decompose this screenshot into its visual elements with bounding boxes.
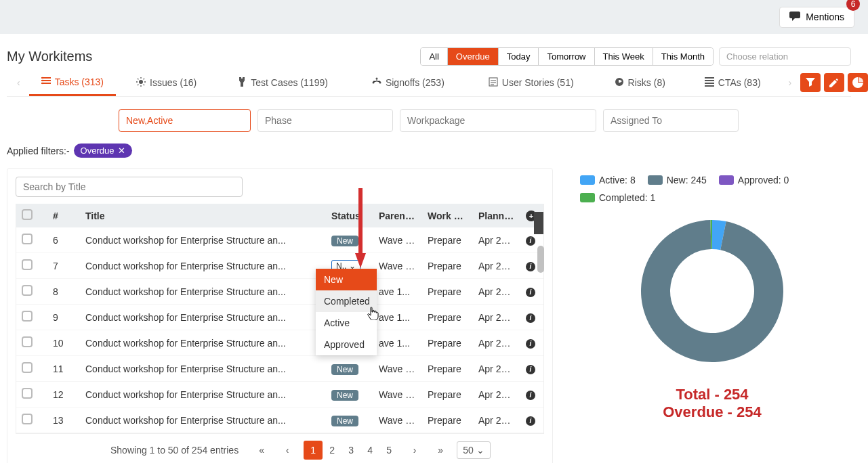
table-row[interactable]: 7Conduct workshop for Enterprise Structu… <box>16 253 543 279</box>
page-2[interactable]: 2 <box>323 441 342 460</box>
table-row[interactable]: 12Conduct workshop for Enterprise Struct… <box>16 382 543 407</box>
row-checkbox[interactable] <box>22 362 33 373</box>
mentions-button[interactable]: Mentions <box>779 7 854 28</box>
time-filter-today[interactable]: Today <box>499 48 539 65</box>
select-all-checkbox[interactable] <box>22 209 33 220</box>
tab-issues-[interactable]: Issues (16) <box>136 70 197 95</box>
page-next[interactable]: › <box>405 441 424 460</box>
cell-status: New <box>326 227 373 253</box>
status-dropdown[interactable]: NewCompletedActiveApproved <box>316 269 377 355</box>
cell-title: Conduct workshop for Enterprise Structur… <box>80 227 326 253</box>
status-pill[interactable]: New <box>331 364 358 375</box>
info-icon[interactable]: i <box>526 365 535 374</box>
info-icon[interactable]: i <box>526 236 535 246</box>
table-row[interactable]: 9Conduct workshop for Enterprise Structu… <box>16 305 543 330</box>
tab-ctas-[interactable]: CTAs (83) <box>705 70 761 95</box>
phase-filter[interactable] <box>257 109 393 132</box>
filter-chip-label: Overdue <box>81 146 115 156</box>
legend-approved[interactable]: Approved: 0 <box>719 175 789 185</box>
page-prev[interactable]: ‹ <box>278 441 297 460</box>
page-4[interactable]: 4 <box>360 441 379 460</box>
col-parent[interactable]: Parent Task <box>373 204 422 227</box>
tabs-scroll-right[interactable]: › <box>785 77 795 88</box>
col-num[interactable]: # <box>47 204 80 227</box>
col-wp[interactable]: Work Pack <box>422 204 473 227</box>
cell-parent: ave 1... <box>373 330 422 356</box>
cell-title: Conduct workshop for Enterprise Structur… <box>80 279 326 305</box>
table-row[interactable]: 8Conduct workshop for Enterprise Structu… <box>16 279 543 305</box>
cell-num: 8 <box>47 279 80 305</box>
table-row[interactable]: 11Conduct workshop for Enterprise Struct… <box>16 356 543 382</box>
info-icon[interactable]: i <box>526 391 535 400</box>
table-row[interactable]: 6Conduct workshop for Enterprise Structu… <box>16 227 543 253</box>
page-1[interactable]: 1 <box>304 441 323 460</box>
cell-title: Conduct workshop for Enterprise Structur… <box>80 253 326 279</box>
status-filter[interactable]: New,Active <box>119 109 251 132</box>
status-pill[interactable]: New <box>331 390 358 401</box>
status-option-active[interactable]: Active <box>316 312 377 334</box>
tab-icon <box>41 76 51 87</box>
close-icon[interactable]: ✕ <box>118 146 125 156</box>
assigned-to-filter[interactable] <box>603 109 739 132</box>
col-date[interactable]: Planned To <box>473 204 520 227</box>
row-checkbox[interactable] <box>22 285 33 296</box>
tab-signoffs-[interactable]: Signoffs (253) <box>372 70 445 95</box>
page-size-select[interactable]: 50 ⌄ <box>457 441 491 459</box>
tab-label: Test Cases (1199) <box>251 77 328 88</box>
status-option-completed[interactable]: Completed <box>316 290 377 312</box>
table-card: # Title Status Parent Task Work Pack Pla… <box>7 168 553 463</box>
page-last[interactable]: » <box>431 441 450 460</box>
status-option-approved[interactable]: Approved <box>316 334 377 355</box>
filter-chip-overdue[interactable]: Overdue ✕ <box>74 144 133 158</box>
tab-test-cases-[interactable]: Test Cases (1199) <box>237 70 328 95</box>
table-edge-strip <box>534 212 543 234</box>
search-input[interactable] <box>16 177 243 197</box>
page-5[interactable]: 5 <box>379 441 398 460</box>
edit-icon-button[interactable] <box>824 73 844 92</box>
time-filter-tomorrow[interactable]: Tomorrow <box>539 48 594 65</box>
row-checkbox[interactable] <box>22 311 33 322</box>
info-icon[interactable]: i <box>526 288 535 297</box>
tab-user-stories-[interactable]: User Stories (51) <box>489 70 574 95</box>
col-status[interactable]: Status <box>326 204 373 227</box>
cell-date: Apr 27,... <box>473 253 520 279</box>
time-filter-all[interactable]: All <box>421 48 447 65</box>
donut-chart[interactable] <box>631 210 793 372</box>
time-filter-this-week[interactable]: This Week <box>595 48 653 65</box>
row-checkbox[interactable] <box>22 234 33 244</box>
time-filter-overdue[interactable]: Overdue <box>448 48 499 65</box>
col-title[interactable]: Title <box>80 204 326 227</box>
status-option-new[interactable]: New <box>316 269 377 290</box>
table-row[interactable]: 13Conduct workshop for Enterprise Struct… <box>16 407 543 433</box>
status-pill[interactable]: New <box>331 236 358 246</box>
legend-active[interactable]: Active: 8 <box>580 175 636 185</box>
tab-risks-[interactable]: Risks (8) <box>615 70 665 95</box>
workpackage-filter[interactable] <box>400 109 596 132</box>
info-icon[interactable]: i <box>526 313 535 323</box>
tabs-scroll-left[interactable]: ‹ <box>14 77 24 88</box>
tabs-row: ‹ Tasks (313)Issues (16)Test Cases (1199… <box>7 69 851 97</box>
row-checkbox[interactable] <box>22 336 33 347</box>
page-3[interactable]: 3 <box>342 441 360 460</box>
row-checkbox[interactable] <box>22 388 33 399</box>
table-row[interactable]: 10Conduct workshop for Enterprise Struct… <box>16 330 543 356</box>
row-checkbox[interactable] <box>22 414 33 424</box>
tab-tasks-[interactable]: Tasks (313) <box>29 69 116 96</box>
page-first[interactable]: « <box>252 441 271 460</box>
row-checkbox[interactable] <box>22 259 33 270</box>
time-filter-this-month[interactable]: This Month <box>653 48 713 65</box>
info-icon[interactable]: i <box>526 339 535 349</box>
relation-select[interactable]: Choose relation <box>719 47 851 66</box>
status-pill[interactable]: New <box>331 416 358 426</box>
scrollbar-thumb[interactable] <box>537 246 544 273</box>
overdue-label: Overdue - 254 <box>580 403 844 421</box>
chart-icon-button[interactable] <box>848 73 868 92</box>
info-icon[interactable]: i <box>526 416 535 426</box>
info-icon[interactable]: i <box>526 262 535 271</box>
filter-icon-button[interactable] <box>800 73 821 92</box>
svg-point-0 <box>41 77 43 79</box>
legend-completed[interactable]: Completed: 1 <box>580 192 655 203</box>
cell-num: 12 <box>47 382 80 407</box>
legend-new[interactable]: New: 245 <box>648 175 707 185</box>
cell-date: Apr 27,... <box>473 305 520 330</box>
